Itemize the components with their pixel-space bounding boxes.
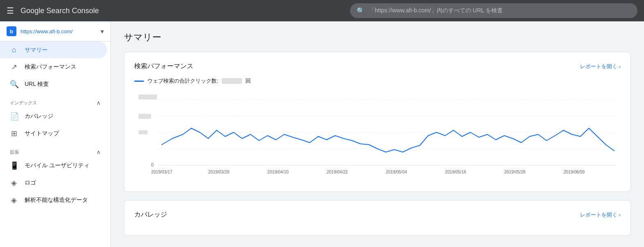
svg-rect-1	[138, 114, 151, 119]
coverage-card-header: カバレッジ レポートを開く ›	[134, 210, 621, 219]
section-collapse-icon[interactable]: ∧	[96, 149, 101, 155]
coverage-open-report-text: レポートを開く	[580, 211, 617, 219]
coverage-card: カバレッジ レポートを開く ›	[124, 200, 631, 236]
home-icon: ⌂	[10, 46, 18, 54]
svg-text:2019/04/22: 2019/04/22	[327, 170, 348, 174]
search-performance-card: 検索パフォーマンス レポートを開く › ウェブ検索の合計クリック数: 回	[124, 52, 631, 192]
sidebar-item-sitemap[interactable]: ⊞ サイトマップ	[0, 125, 107, 142]
svg-text:2019/03/29: 2019/03/29	[208, 170, 229, 174]
sidebar-item-search-performance[interactable]: ↗ 検索パフォーマンス	[0, 58, 107, 76]
topbar: ☰ Google Search Console 🔍 「https://www.a…	[0, 0, 644, 21]
svg-rect-2	[138, 130, 148, 134]
svg-rect-0	[138, 95, 157, 99]
chart-icon: ↗	[10, 62, 18, 72]
sidebar-item-coverage[interactable]: 📄 カバレッジ	[0, 108, 107, 125]
svg-text:2019/06/09: 2019/06/09	[564, 170, 585, 174]
card-title: 検索パフォーマンス	[134, 62, 193, 71]
coverage-chevron-right-icon: ›	[619, 212, 621, 218]
legend-suffix: 回	[245, 77, 251, 85]
property-url: https://www.afi-b.com/	[21, 28, 96, 35]
structured-data-icon: ◈	[10, 196, 18, 205]
svg-text:0: 0	[151, 162, 154, 167]
property-dropdown-arrow: ▾	[101, 28, 104, 35]
section-label: 拡張	[10, 149, 19, 155]
coverage-open-report-link[interactable]: レポートを開く ›	[580, 211, 621, 219]
sidebar-item-label: 検索パフォーマンス	[25, 63, 76, 71]
section-header-index: インデックス ∧	[0, 93, 110, 108]
card-header: 検索パフォーマンス レポートを開く ›	[134, 62, 621, 71]
main-content: サマリー 検索パフォーマンス レポートを開く › ウェブ検索の合計クリック数: …	[111, 21, 644, 247]
search-input-text: 「https://www.afi-b.com/」内のすべての URL を検査	[369, 7, 631, 14]
sidebar-item-label: カバレッジ	[25, 113, 53, 120]
logo-icon: ◈	[10, 178, 18, 187]
menu-icon[interactable]: ☰	[7, 6, 14, 16]
section-label: インデックス	[10, 100, 37, 106]
sidebar-item-label: サマリー	[25, 46, 48, 54]
svg-text:2019/05/04: 2019/05/04	[386, 170, 407, 174]
sidebar-item-mobile[interactable]: 📱 モバイル ユーザビリティ	[0, 157, 107, 174]
section-header-enhance: 拡張 ∧	[0, 142, 110, 157]
sidebar-item-structured-data[interactable]: ◈ 解析不能な構造化データ	[0, 192, 107, 209]
search-small-icon: 🔍	[10, 80, 18, 89]
sidebar-item-label: ロゴ	[25, 179, 36, 187]
performance-chart: 0 2019/03/17 2019/03/29 2019/04/10 2019/…	[134, 91, 621, 182]
svg-text:2019/03/17: 2019/03/17	[151, 170, 172, 174]
sidebar-item-label: URL 検査	[25, 81, 49, 88]
main-layout: b https://www.afi-b.com/ ▾ ⌂ サマリー ↗ 検索パフ…	[0, 21, 644, 247]
search-icon: 🔍	[357, 7, 365, 15]
sidebar-item-logo[interactable]: ◈ ロゴ	[0, 174, 107, 192]
legend-prefix: ウェブ検索の合計クリック数:	[147, 77, 218, 85]
svg-text:2019/04/10: 2019/04/10	[268, 170, 289, 174]
mobile-icon: 📱	[10, 161, 18, 170]
sidebar-item-label: サイトマップ	[25, 130, 59, 137]
svg-text:2019/05/16: 2019/05/16	[445, 170, 466, 174]
sidebar-item-summary[interactable]: ⌂ サマリー	[0, 42, 107, 58]
open-report-link[interactable]: レポートを開く ›	[580, 63, 621, 70]
coverage-icon: 📄	[10, 112, 18, 121]
chart-legend: ウェブ検索の合計クリック数: 回	[134, 77, 621, 85]
chevron-right-icon: ›	[619, 63, 621, 69]
section-collapse-icon[interactable]: ∧	[96, 99, 101, 106]
sidebar-item-label: 解析不能な構造化データ	[25, 196, 88, 204]
svg-text:2019/05/28: 2019/05/28	[504, 170, 526, 174]
sitemap-icon: ⊞	[10, 129, 18, 138]
property-selector[interactable]: b https://www.afi-b.com/ ▾	[0, 21, 110, 42]
sidebar-item-url-inspection[interactable]: 🔍 URL 検査	[0, 76, 107, 93]
sidebar: b https://www.afi-b.com/ ▾ ⌂ サマリー ↗ 検索パフ…	[0, 21, 111, 247]
open-report-text: レポートを開く	[580, 63, 617, 70]
legend-value-blurred	[222, 78, 242, 84]
property-icon: b	[7, 26, 16, 36]
search-bar[interactable]: 🔍 「https://www.afi-b.com/」内のすべての URL を検査	[350, 3, 637, 18]
app-logo: Google Search Console	[21, 7, 99, 15]
coverage-card-title: カバレッジ	[134, 210, 167, 219]
page-title: サマリー	[124, 31, 631, 44]
sidebar-item-label: モバイル ユーザビリティ	[25, 162, 89, 169]
legend-line-indicator	[134, 81, 144, 82]
